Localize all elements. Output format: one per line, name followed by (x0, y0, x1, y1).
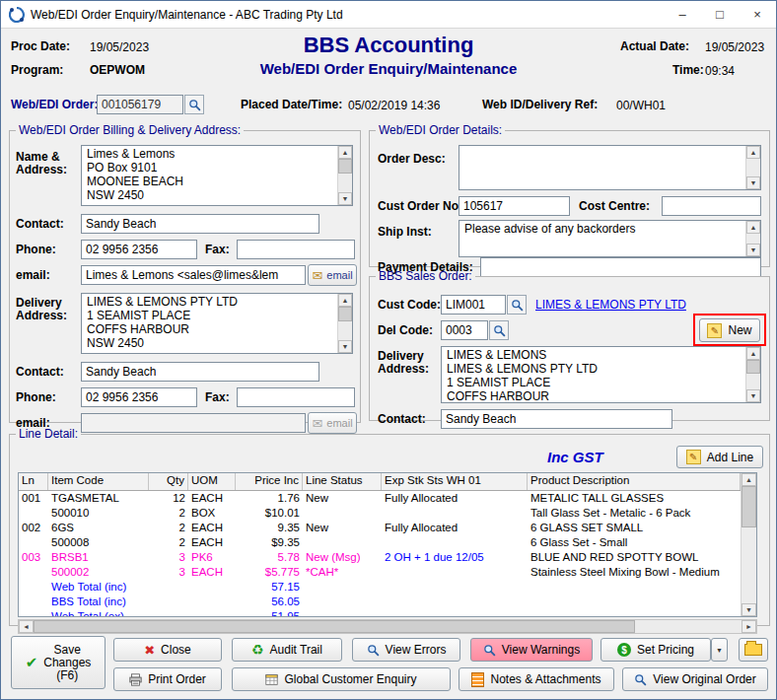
maximize-button[interactable]: □ (701, 1, 739, 28)
del-code-search-button[interactable] (489, 320, 509, 340)
order-desc-value[interactable] (459, 146, 745, 189)
order-search-button[interactable] (184, 95, 204, 114)
customer-link[interactable]: LIMES & LEMONS PTY LTD (535, 298, 686, 312)
scroll-up-icon[interactable]: ▲ (746, 146, 760, 159)
scroll-down-icon[interactable]: ▼ (746, 176, 760, 189)
folder-button[interactable] (739, 638, 768, 662)
email-button-label: email (326, 269, 352, 281)
scroll-down-icon[interactable]: ▼ (742, 603, 756, 616)
new-button[interactable]: ✎ New (699, 318, 760, 342)
cell-status: New (303, 491, 382, 506)
delivery-fax-input[interactable] (237, 387, 355, 407)
ship-inst-box: Please advise of any backorders ▲ ▼ (459, 220, 761, 257)
cust-code-search-button[interactable] (507, 295, 527, 315)
column-header[interactable]: Exp Stk Sts WH 01 (382, 473, 528, 490)
total-label: Web Total (ex) (48, 609, 149, 616)
scrollbar[interactable]: ▲ ▼ (745, 146, 760, 189)
delivery-contact-input[interactable]: Sandy Beach (81, 362, 319, 382)
printer-icon (129, 673, 142, 686)
cell-item: 6GS (48, 521, 149, 535)
name-address-value[interactable]: Limes & Lemons PO Box 9101 MOONEE BEACH … (82, 146, 337, 205)
cell-desc: Stainless Steel Mixing Bowl - Medium (528, 565, 741, 580)
set-pricing-dropdown-button[interactable]: ▼ (711, 638, 728, 662)
column-header[interactable]: UOM (188, 473, 236, 490)
app-icon (9, 7, 25, 23)
cost-centre-input[interactable] (662, 196, 761, 216)
bbs-contact-input[interactable]: Sandy Beach (441, 409, 672, 429)
time-value: 09:34 (705, 64, 735, 78)
column-header[interactable]: Line Status (303, 473, 382, 490)
line-row[interactable]: 003BRSB13PK65.78New (Msg)2 OH + 1 due 12… (19, 550, 741, 565)
set-pricing-button[interactable]: $ Set Pricing (600, 638, 711, 662)
scroll-down-icon[interactable]: ▼ (338, 192, 352, 205)
scroll-down-icon[interactable]: ▼ (746, 244, 760, 256)
column-header[interactable]: Ln (19, 473, 48, 490)
column-header[interactable]: Price Inc (236, 473, 303, 490)
cell-uom: EACH (188, 491, 236, 506)
scroll-up-icon[interactable]: ▲ (338, 146, 352, 159)
cust-order-no-input[interactable]: 105617 (459, 196, 570, 216)
time-label: Time: (672, 64, 704, 77)
scroll-up-icon[interactable]: ▲ (742, 473, 756, 486)
save-changes-button[interactable]: ✔ Save Changes (F6) (11, 636, 106, 689)
scrollbar[interactable]: ▲ ▼ (745, 347, 760, 402)
cell-qty: 3 (149, 565, 188, 580)
billing-contact-input[interactable]: Sandy Beach (81, 214, 319, 234)
delivery-address-value[interactable]: LIMES & LEMONS PTY LTD 1 SEAMIST PLACE C… (82, 294, 337, 353)
cell-price: 5.78 (236, 550, 303, 565)
bbs-delivery-address-value[interactable]: LIMES & LEMONS LIMES & LEMONS PTY LTD 1 … (442, 347, 745, 402)
scroll-down-icon[interactable]: ▼ (338, 340, 352, 353)
print-order-button[interactable]: Print Order (113, 667, 222, 691)
close-button[interactable]: ✖ Close (113, 638, 222, 662)
cell-qty: 3 (149, 550, 188, 565)
table-vertical-scrollbar[interactable]: ▲ ▼ (741, 473, 756, 616)
line-row[interactable]: 0026GS2EACH9.35NewFully Allocated6 GLASS… (19, 521, 741, 535)
audit-trail-button[interactable]: ♻ Audit Trail (232, 638, 342, 662)
webedi-order-input[interactable]: 001056179 (97, 95, 183, 114)
close-window-button[interactable]: × (739, 1, 776, 28)
ship-inst-value[interactable]: Please advise of any backorders (459, 221, 745, 256)
line-row[interactable]: 5000102BOX$10.01Tall Glass Set - Metalic… (19, 506, 741, 521)
minimize-button[interactable]: – (664, 1, 701, 28)
view-warnings-button[interactable]: View Warnings (470, 638, 593, 662)
email-label: email: (16, 269, 50, 282)
table-horizontal-scrollbar[interactable]: ◄ ► (18, 619, 757, 634)
inc-gst-label: Inc GST (547, 449, 603, 465)
audit-trail-label: Audit Trail (270, 643, 322, 657)
envelope-icon: ✉ (312, 269, 322, 282)
view-original-order-button[interactable]: View Original Order (622, 667, 768, 691)
line-row[interactable]: 5000082EACH$9.356 Glass Set - Small (19, 535, 741, 550)
billing-fax-input[interactable] (237, 240, 355, 259)
email-button[interactable]: ✉ email (308, 264, 357, 286)
scrollbar[interactable]: ▲ ▼ (337, 146, 352, 205)
line-row[interactable]: 5000023EACH$5.775*CAH*Stainless Steel Mi… (19, 565, 741, 580)
total-label: BBS Total (inc) (48, 595, 149, 609)
scroll-down-icon[interactable]: ▼ (746, 389, 760, 402)
scroll-up-icon[interactable]: ▲ (746, 347, 760, 360)
webedi-order-label: Web/EDI Order: (11, 99, 98, 111)
scroll-left-icon[interactable]: ◄ (19, 620, 34, 633)
view-errors-button[interactable]: View Errors (352, 638, 460, 662)
add-line-button[interactable]: ✎ Add Line (676, 446, 763, 468)
scrollbar[interactable]: ▲ ▼ (745, 221, 760, 256)
line-row[interactable]: 001TGASMETAL12EACH1.76NewFully Allocated… (19, 491, 741, 506)
cust-code-input[interactable]: LIM001 (441, 295, 506, 315)
name-address-box: Limes & Lemons PO Box 9101 MOONEE BEACH … (81, 145, 353, 206)
total-value: 51.95 (149, 609, 303, 616)
cell-uom: EACH (188, 535, 236, 550)
scrollbar[interactable]: ▲ ▼ (337, 294, 352, 353)
scroll-up-icon[interactable]: ▲ (338, 294, 352, 307)
global-customer-enquiry-button[interactable]: Global Customer Enquiry (232, 667, 451, 691)
column-header[interactable]: Product Description (528, 473, 741, 490)
del-code-input[interactable]: 0003 (441, 320, 488, 340)
billing-phone-input[interactable]: 02 9956 2356 (81, 240, 197, 259)
delivery-phone-input[interactable]: 02 9956 2356 (81, 387, 197, 407)
scroll-right-icon[interactable]: ► (742, 620, 756, 633)
notes-attachments-button[interactable]: Notes & Attachments (459, 667, 614, 691)
column-header[interactable]: Qty (149, 473, 188, 490)
scroll-up-icon[interactable]: ▲ (746, 221, 760, 234)
column-header[interactable]: Item Code (48, 473, 149, 490)
webid-label: Web ID/Delivery Ref: (482, 99, 598, 111)
billing-email-input[interactable]: Limes & Lemons <sales@limes&lem (81, 265, 306, 285)
cell-ln: 001 (19, 491, 48, 506)
